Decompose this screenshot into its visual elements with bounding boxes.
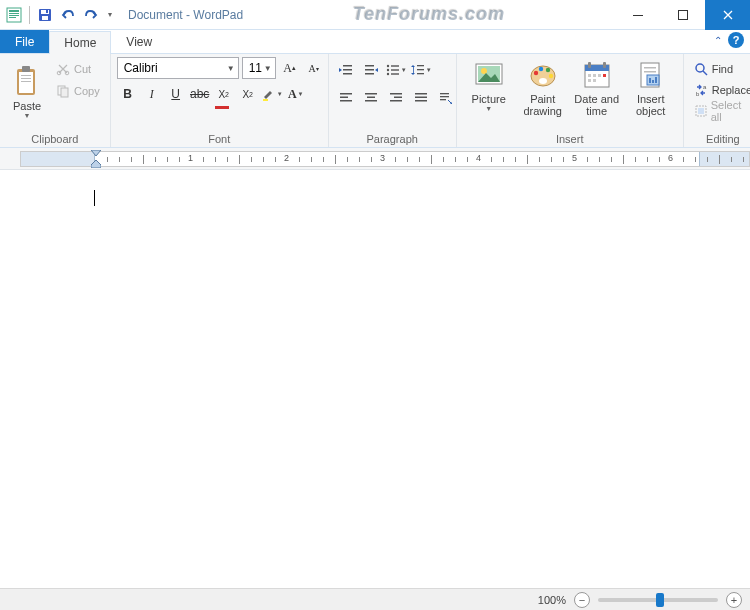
tab-view[interactable]: View bbox=[111, 30, 167, 53]
svg-rect-68 bbox=[598, 74, 601, 77]
app-icon[interactable] bbox=[4, 5, 24, 25]
svg-rect-32 bbox=[391, 69, 399, 70]
svg-rect-67 bbox=[593, 74, 596, 77]
svg-rect-24 bbox=[343, 73, 352, 75]
svg-point-29 bbox=[386, 69, 388, 71]
select-all-button[interactable]: Select all bbox=[690, 101, 750, 121]
find-button[interactable]: Find bbox=[690, 59, 737, 79]
title-bar: ▾ Document - WordPad TenForums.com bbox=[0, 0, 750, 30]
svg-rect-69 bbox=[603, 74, 606, 77]
paste-button[interactable]: Paste ▼ bbox=[6, 57, 48, 127]
picture-button[interactable]: Picture ▼ bbox=[463, 57, 515, 131]
save-icon[interactable] bbox=[35, 5, 55, 25]
decrease-indent-button[interactable] bbox=[335, 59, 357, 81]
svg-rect-65 bbox=[603, 62, 606, 68]
hanging-indent-marker[interactable] bbox=[91, 160, 101, 168]
svg-rect-4 bbox=[9, 17, 16, 18]
svg-rect-2 bbox=[9, 13, 19, 14]
cut-button[interactable]: Cut bbox=[52, 59, 104, 79]
chevron-down-icon: ▼ bbox=[264, 64, 272, 73]
align-center-button[interactable] bbox=[360, 87, 382, 109]
align-left-button[interactable] bbox=[335, 87, 357, 109]
ruler[interactable]: 1234567 bbox=[0, 148, 750, 170]
font-color-swatch bbox=[215, 106, 229, 109]
increase-indent-button[interactable] bbox=[360, 59, 382, 81]
svg-rect-41 bbox=[365, 93, 377, 95]
strikethrough-button[interactable]: abc bbox=[189, 83, 211, 105]
justify-button[interactable] bbox=[410, 87, 432, 109]
ribbon: Paste ▼ Cut Copy Clipboard Calibri▼ bbox=[0, 54, 750, 148]
group-label-clipboard: Clipboard bbox=[6, 131, 104, 145]
svg-rect-74 bbox=[644, 71, 656, 73]
svg-rect-77 bbox=[652, 80, 654, 83]
svg-point-28 bbox=[386, 65, 388, 67]
svg-rect-45 bbox=[394, 97, 402, 99]
svg-rect-25 bbox=[365, 65, 374, 67]
svg-point-59 bbox=[538, 67, 542, 71]
zoom-in-button[interactable]: + bbox=[726, 592, 742, 608]
subscript-button[interactable]: X2 bbox=[213, 83, 235, 105]
group-label-insert: Insert bbox=[463, 131, 677, 145]
svg-rect-16 bbox=[21, 81, 31, 82]
italic-button[interactable]: I bbox=[141, 83, 163, 105]
watermark-text: TenForums.com bbox=[353, 4, 505, 25]
minimize-button[interactable] bbox=[615, 0, 660, 30]
paragraph-dialog-button[interactable] bbox=[435, 87, 457, 109]
zoom-slider[interactable] bbox=[598, 598, 718, 602]
zoom-out-button[interactable]: − bbox=[574, 592, 590, 608]
font-family-select[interactable]: Calibri▼ bbox=[117, 57, 239, 79]
magnifier-icon bbox=[694, 62, 708, 76]
svg-rect-22 bbox=[343, 65, 352, 67]
ruler-number: 2 bbox=[284, 153, 289, 163]
svg-rect-39 bbox=[340, 97, 348, 99]
help-icon[interactable]: ? bbox=[728, 32, 744, 48]
copy-button[interactable]: Copy bbox=[52, 81, 104, 101]
svg-rect-52 bbox=[440, 99, 446, 100]
group-label-paragraph: Paragraph bbox=[335, 131, 450, 145]
svg-rect-31 bbox=[391, 65, 399, 66]
tab-home[interactable]: Home bbox=[49, 31, 111, 54]
undo-icon[interactable] bbox=[58, 5, 78, 25]
replace-button[interactable]: ab Replace bbox=[690, 80, 750, 100]
redo-icon[interactable] bbox=[81, 5, 101, 25]
line-spacing-button[interactable]: ▼ bbox=[410, 59, 432, 81]
svg-point-60 bbox=[545, 68, 549, 72]
first-line-indent-marker[interactable] bbox=[91, 150, 101, 156]
ribbon-tabs: File Home View ⌃ ? bbox=[0, 30, 750, 54]
close-button[interactable] bbox=[705, 0, 750, 30]
bullets-button[interactable]: ▼ bbox=[385, 59, 407, 81]
paint-drawing-button[interactable]: Paint drawing bbox=[517, 57, 569, 131]
svg-rect-33 bbox=[391, 73, 399, 74]
collapse-ribbon-icon[interactable]: ⌃ bbox=[714, 35, 722, 46]
qat-customize-icon[interactable]: ▾ bbox=[104, 5, 116, 25]
svg-rect-13 bbox=[22, 66, 30, 72]
grow-font-button[interactable]: A▴ bbox=[279, 57, 301, 79]
font-color-button[interactable]: A▼ bbox=[285, 83, 307, 105]
zoom-slider-thumb[interactable] bbox=[656, 593, 664, 607]
svg-rect-1 bbox=[9, 10, 19, 12]
window-title: Document - WordPad bbox=[120, 8, 243, 22]
svg-rect-49 bbox=[415, 100, 427, 102]
ruler-number: 6 bbox=[668, 153, 673, 163]
chevron-down-icon: ▼ bbox=[227, 64, 235, 73]
align-right-button[interactable] bbox=[385, 87, 407, 109]
superscript-button[interactable]: X2 bbox=[237, 83, 259, 105]
tab-file[interactable]: File bbox=[0, 30, 49, 53]
svg-rect-51 bbox=[440, 96, 449, 97]
svg-rect-47 bbox=[415, 93, 427, 95]
bold-button[interactable]: B bbox=[117, 83, 139, 105]
shrink-font-button[interactable]: A▾ bbox=[303, 57, 325, 79]
highlight-button[interactable]: ▼ bbox=[261, 83, 283, 105]
svg-rect-64 bbox=[588, 62, 591, 68]
insert-object-button[interactable]: Insert object bbox=[625, 57, 677, 131]
underline-button[interactable]: U bbox=[165, 83, 187, 105]
document-area[interactable] bbox=[0, 170, 750, 588]
maximize-button[interactable] bbox=[660, 0, 705, 30]
date-time-button[interactable]: Date and time bbox=[571, 57, 623, 131]
svg-rect-71 bbox=[593, 79, 596, 82]
svg-rect-7 bbox=[42, 16, 48, 20]
svg-rect-70 bbox=[588, 79, 591, 82]
font-size-select[interactable]: 11▼ bbox=[242, 57, 276, 79]
svg-rect-21 bbox=[263, 99, 268, 101]
group-clipboard: Paste ▼ Cut Copy Clipboard bbox=[0, 54, 111, 147]
